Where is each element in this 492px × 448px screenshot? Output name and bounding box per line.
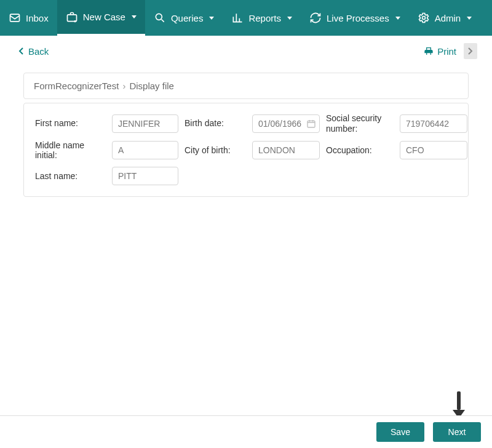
nav-new-case-label: New Case — [83, 12, 125, 22]
nav-admin[interactable]: Admin — [409, 0, 481, 36]
nav-new-case[interactable]: New Case — [57, 0, 145, 36]
nav-reports[interactable]: Reports — [223, 0, 301, 36]
breadcrumb-root: FormRecognizerTest — [34, 81, 119, 91]
inbox-icon — [9, 12, 21, 24]
label-ssn: Social security number: — [326, 113, 394, 134]
print-label: Print — [437, 46, 456, 57]
back-link[interactable]: Back — [18, 46, 49, 57]
save-button[interactable]: Save — [376, 422, 424, 442]
top-nav: Inbox New Case Queries Reports Live Proc… — [0, 0, 492, 36]
nav-queries[interactable]: Queries — [145, 0, 223, 36]
back-label: Back — [28, 46, 49, 57]
scroll-right-stub[interactable] — [464, 43, 477, 59]
print-link[interactable]: Print — [424, 46, 456, 57]
caret-down-icon — [132, 15, 137, 18]
middle-initial-field[interactable] — [112, 141, 178, 159]
nav-live-processes[interactable]: Live Processes — [301, 0, 409, 36]
printer-icon — [424, 46, 434, 56]
nav-reports-label: Reports — [248, 13, 281, 23]
search-icon — [154, 12, 166, 24]
caret-down-icon — [209, 17, 214, 20]
nav-live-processes-label: Live Processes — [327, 13, 389, 23]
label-birth-date: Birth date: — [184, 118, 246, 129]
label-middle-initial: Middle name initial: — [35, 140, 106, 161]
next-button[interactable]: Next — [433, 422, 481, 442]
occupation-field[interactable] — [400, 141, 467, 159]
first-name-field[interactable] — [112, 114, 178, 133]
svg-point-2 — [156, 14, 162, 20]
form-grid: First name: Birth date: Social security … — [35, 113, 457, 185]
caret-down-icon — [467, 17, 472, 20]
last-name-field[interactable] — [112, 167, 178, 185]
nav-admin-label: Admin — [435, 13, 461, 23]
chart-icon — [231, 12, 244, 24]
nav-inbox-label: Inbox — [26, 13, 49, 23]
annotation-arrow-icon — [453, 391, 465, 418]
chevron-left-icon — [18, 47, 25, 55]
caret-down-icon — [395, 17, 400, 20]
breadcrumb: FormRecognizerTest › Display file — [23, 73, 469, 99]
nav-inbox[interactable]: Inbox — [0, 0, 57, 36]
breadcrumb-leaf: Display file — [129, 81, 174, 91]
form-card: First name: Birth date: Social security … — [23, 103, 469, 197]
birth-date-wrap — [252, 114, 320, 133]
refresh-icon — [309, 12, 322, 24]
label-last-name: Last name: — [35, 171, 106, 182]
briefcase-plus-icon — [66, 11, 78, 23]
label-first-name: First name: — [35, 118, 106, 129]
subbar: Back Print — [0, 36, 492, 62]
birth-date-field[interactable] — [252, 114, 320, 133]
nav-queries-label: Queries — [171, 13, 204, 23]
caret-down-icon — [287, 17, 292, 20]
gear-icon — [418, 12, 430, 24]
breadcrumb-separator: › — [122, 81, 125, 91]
svg-point-3 — [422, 17, 425, 20]
svg-rect-0 — [10, 14, 20, 22]
city-of-birth-field[interactable] — [252, 141, 320, 159]
label-city-of-birth: City of birth: — [184, 145, 246, 156]
label-occupation: Occupation: — [326, 145, 394, 156]
ssn-field[interactable] — [400, 114, 467, 133]
footer: Save Next — [0, 415, 492, 448]
